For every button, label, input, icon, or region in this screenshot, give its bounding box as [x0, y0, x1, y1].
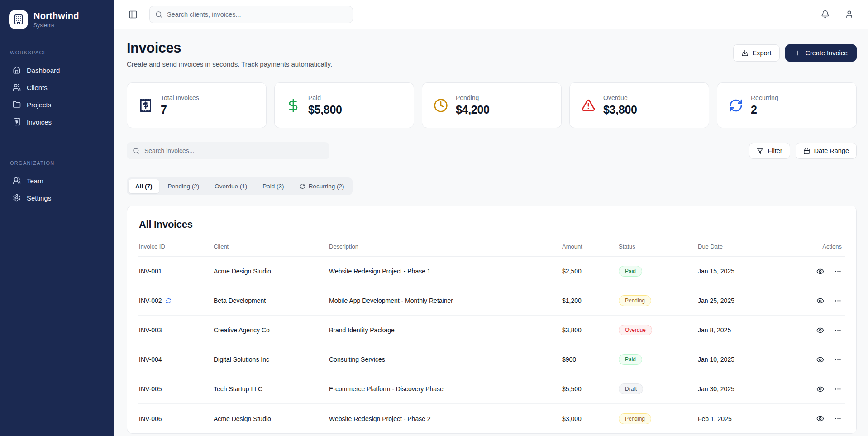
tab-pending[interactable]: Pending (2) — [161, 179, 206, 193]
invoice-description: Mobile App Development - Monthly Retaine… — [329, 297, 562, 304]
client-name: Acme Design Studio — [214, 268, 329, 275]
due-date: Jan 30, 2025 — [698, 385, 804, 393]
create-invoice-label: Create Invoice — [806, 49, 848, 57]
create-invoice-button[interactable]: Create Invoice — [785, 44, 857, 62]
sidebar-item-clients[interactable]: Clients — [9, 79, 105, 96]
view-invoice-eye-icon[interactable] — [816, 326, 825, 335]
topbar — [114, 0, 868, 29]
table-row[interactable]: INV-003 Creative Agency Co Brand Identit… — [138, 316, 845, 345]
stat-card-paid: Paid $5,800 — [274, 82, 414, 128]
invoice-description: E-commerce Platform - Discovery Phase — [329, 385, 562, 393]
row-more-ellipsis-icon[interactable] — [833, 384, 843, 394]
row-more-ellipsis-icon[interactable] — [833, 296, 843, 306]
export-button[interactable]: Export — [733, 44, 780, 62]
sidebar-item-projects[interactable]: Projects — [9, 96, 105, 113]
column-header: Status — [619, 243, 698, 250]
column-header: Description — [329, 243, 562, 250]
page-subtitle: Create and send invoices in seconds. Tra… — [127, 60, 332, 68]
page-title: Invoices — [127, 40, 332, 56]
stat-value: $3,800 — [603, 103, 637, 116]
stat-value: $4,200 — [456, 103, 490, 116]
refresh-icon — [300, 183, 305, 189]
clock-icon — [434, 98, 448, 113]
user-profile-icon[interactable] — [843, 8, 855, 20]
invoice-table-card: All Invoices Invoice ID Client Descripti… — [127, 206, 857, 434]
brand-name: Northwind — [33, 11, 79, 21]
invoice-amount: $1,200 — [562, 297, 619, 304]
plus-icon — [794, 49, 801, 57]
row-more-ellipsis-icon[interactable] — [833, 267, 843, 276]
tab-overdue[interactable]: Overdue (1) — [208, 179, 254, 193]
due-date: Jan 8, 2025 — [698, 326, 804, 334]
invoice-description: Website Redesign Project - Phase 2 — [329, 415, 562, 422]
invoice-amount: $5,500 — [562, 385, 619, 393]
sidebar-item-invoices[interactable]: Invoices — [9, 113, 105, 130]
invoice-description: Website Redesign Project - Phase 1 — [329, 268, 562, 275]
tab-label: Recurring (2) — [309, 183, 344, 190]
alert-triangle-icon — [581, 98, 596, 113]
funnel-icon — [757, 148, 763, 154]
due-date: Jan 15, 2025 — [698, 268, 804, 275]
status-tabs: All (7) Pending (2) Overdue (1) Paid (3)… — [127, 177, 353, 195]
refresh-icon — [729, 98, 743, 113]
status-badge: Pending — [619, 413, 651, 424]
stat-card-pending: Pending $4,200 — [422, 82, 562, 128]
due-date: Jan 10, 2025 — [698, 356, 804, 363]
recurring-icon — [166, 298, 172, 304]
sidebar-item-label: Invoices — [27, 118, 52, 126]
stat-value: $5,800 — [308, 103, 342, 116]
table-row[interactable]: INV-004 Digital Solutions Inc Consulting… — [138, 345, 845, 374]
invoice-description: Consulting Services — [329, 356, 562, 363]
row-more-ellipsis-icon[interactable] — [833, 414, 843, 423]
tab-recurring[interactable]: Recurring (2) — [293, 179, 351, 193]
table-row[interactable]: INV-005 Tech Startup LLC E-commerce Plat… — [138, 374, 845, 404]
sidebar-toggle-icon[interactable] — [127, 8, 139, 21]
row-more-ellipsis-icon[interactable] — [833, 355, 843, 364]
table-title: All Invoices — [139, 219, 844, 230]
view-invoice-eye-icon[interactable] — [816, 355, 825, 364]
invoice-search-input[interactable] — [144, 147, 324, 154]
global-search[interactable] — [149, 6, 353, 23]
download-icon — [741, 49, 749, 57]
sidebar-item-team[interactable]: Team — [9, 172, 105, 189]
stats-row: Total Invoices 7 Paid $5,800 Pending $4,… — [127, 82, 857, 128]
sidebar: Northwind Systems Workspace Dashboard Cl… — [0, 0, 114, 436]
view-invoice-eye-icon[interactable] — [816, 296, 825, 306]
tab-label: Pending (2) — [168, 183, 200, 190]
status-badge: Overdue — [619, 325, 652, 335]
notifications-bell-icon[interactable] — [819, 8, 831, 20]
row-more-ellipsis-icon[interactable] — [833, 326, 843, 335]
tab-paid[interactable]: Paid (3) — [256, 179, 291, 193]
brand: Northwind Systems — [9, 10, 105, 29]
due-date: Feb 1, 2025 — [698, 415, 804, 422]
table-row[interactable]: INV-002 Beta Development Mobile App Deve… — [138, 286, 845, 316]
calendar-icon — [803, 148, 810, 154]
building-logo-icon — [9, 10, 28, 29]
view-invoice-eye-icon[interactable] — [816, 267, 825, 276]
invoice-description: Brand Identity Package — [329, 326, 562, 334]
dollar-icon — [286, 98, 300, 113]
column-header: Client — [214, 243, 329, 250]
table-row[interactable]: INV-001 Acme Design Studio Website Redes… — [138, 257, 845, 286]
sidebar-item-label: Team — [27, 177, 43, 185]
client-name: Digital Solutions Inc — [214, 356, 329, 363]
column-header: Due Date — [698, 243, 804, 250]
sidebar-item-settings[interactable]: Settings — [9, 189, 105, 206]
filter-button[interactable]: Filter — [749, 143, 790, 159]
column-header: Actions — [804, 243, 844, 250]
date-range-button[interactable]: Date Range — [796, 143, 857, 159]
sidebar-item-dashboard[interactable]: Dashboard — [9, 62, 105, 79]
stat-value: 7 — [161, 103, 199, 116]
global-search-input[interactable] — [167, 11, 347, 18]
search-icon — [133, 147, 140, 154]
view-invoice-eye-icon[interactable] — [816, 414, 825, 423]
invoice-search[interactable] — [127, 142, 329, 159]
filter-label: Filter — [768, 147, 782, 154]
invoice-id: INV-001 — [139, 268, 162, 275]
folder-icon — [13, 101, 21, 109]
view-invoice-eye-icon[interactable] — [816, 384, 825, 394]
client-name: Beta Development — [214, 297, 329, 304]
column-header: Invoice ID — [139, 243, 214, 250]
table-row[interactable]: INV-006 Acme Design Studio Website Redes… — [138, 404, 845, 433]
tab-all[interactable]: All (7) — [129, 179, 159, 193]
